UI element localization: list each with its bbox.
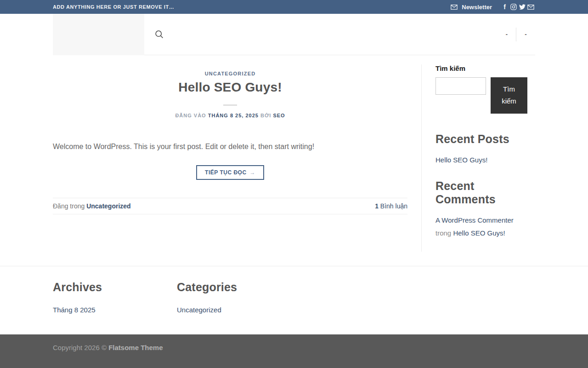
twitter-icon[interactable] (518, 4, 526, 10)
topbar: ADD ANYTHING HERE OR JUST REMOVE IT… New… (0, 0, 588, 14)
nav-item-2[interactable]: - (516, 31, 535, 38)
archive-item: Tháng 8 2025 (53, 304, 177, 316)
post-card: UNCATEGORIZED Hello SEO Guys! ĐĂNG VÀO T… (53, 69, 407, 214)
instagram-icon[interactable] (509, 4, 518, 10)
sidebar-search-input[interactable] (435, 77, 486, 95)
copyright-text: Copyright 2026 © Flatsome Theme (53, 344, 535, 351)
posted-in-category-link[interactable]: Uncategorized (86, 202, 130, 210)
posted-in-label: Đăng trong (53, 202, 85, 210)
comments-link[interactable]: 1 Bình luận (375, 202, 407, 210)
recent-comments-title: Recent Comments (435, 179, 535, 206)
primary-nav: - - (498, 14, 535, 55)
topbar-message: ADD ANYTHING HERE OR JUST REMOVE IT… (53, 4, 174, 10)
facebook-icon[interactable]: f (500, 4, 509, 10)
recent-comment-item: A WordPress Commenter trong Hello SEO Gu… (435, 214, 535, 240)
post-category-link[interactable]: UNCATEGORIZED (205, 71, 256, 76)
posted-in: Đăng trong Uncategorized (53, 202, 131, 210)
archives-title: Archives (53, 281, 177, 294)
read-more-button[interactable]: TIẾP TỤC ĐỌC → (196, 165, 264, 180)
post-meta: ĐĂNG VÀO THÁNG 8 25, 2025 BỞI SEO (53, 113, 407, 118)
recent-post-item: Hello SEO Guys! (435, 154, 535, 167)
category-item: Uncategorized (177, 304, 301, 316)
site-header: - - (0, 14, 588, 55)
categories-title: Categories (177, 281, 301, 294)
post-date-link[interactable]: THÁNG 8 25, 2025 (208, 113, 259, 118)
site-logo[interactable] (53, 14, 144, 55)
recent-comments-widget: Recent Comments A WordPress Commenter tr… (435, 179, 535, 240)
by-label: BỞI (260, 113, 271, 118)
post-author-link[interactable]: SEO (273, 113, 285, 118)
post-footer: Đăng trong Uncategorized 1 Bình luận (53, 198, 407, 214)
social-icons: f (500, 4, 535, 10)
nav-item-1[interactable]: - (498, 31, 516, 38)
email-icon[interactable] (526, 5, 535, 10)
recent-post-link[interactable]: Hello SEO Guys! (435, 156, 487, 164)
search-widget: Tìm kiếm Tìm kiếm (435, 64, 535, 114)
comment-in-label: trong (435, 229, 451, 237)
post-title: Hello SEO Guys! (53, 80, 407, 95)
newsletter-link[interactable]: Newsletter (450, 4, 492, 11)
category-link[interactable]: Uncategorized (177, 306, 221, 314)
search-icon (154, 29, 164, 39)
archive-link[interactable]: Tháng 8 2025 (53, 306, 96, 314)
title-divider (223, 104, 237, 106)
theme-brand: Flatsome Theme (108, 344, 163, 351)
posted-on-label: ĐĂNG VÀO (175, 113, 206, 118)
arrow-right-icon: → (249, 169, 255, 176)
footer-widgets: Archives Tháng 8 2025 Categories Uncateg… (0, 266, 588, 334)
post-title-link[interactable]: Hello SEO Guys! (178, 80, 282, 94)
read-more-label: TIẾP TỤC ĐỌC (205, 169, 246, 176)
copyright-bar: Copyright 2026 © Flatsome Theme (0, 334, 588, 368)
recent-posts-title: Recent Posts (435, 132, 535, 146)
search-widget-label: Tìm kiếm (435, 64, 465, 72)
post-list: UNCATEGORIZED Hello SEO Guys! ĐĂNG VÀO T… (53, 55, 421, 266)
categories-widget: Categories Uncategorized (177, 281, 301, 316)
newsletter-label: Newsletter (462, 4, 492, 11)
main-content: UNCATEGORIZED Hello SEO Guys! ĐĂNG VÀO T… (53, 55, 535, 266)
envelope-icon (450, 5, 458, 10)
comment-author-link[interactable]: A WordPress Commenter (435, 216, 514, 224)
sidebar: Tìm kiếm Tìm kiếm Recent Posts Hello SEO… (421, 64, 535, 252)
post-excerpt: Welcome to WordPress. This is your first… (53, 141, 407, 153)
post-category: UNCATEGORIZED (53, 69, 407, 77)
archives-widget: Archives Tháng 8 2025 (53, 281, 177, 316)
comment-post-link[interactable]: Hello SEO Guys! (453, 229, 505, 237)
sidebar-search-button[interactable]: Tìm kiếm (491, 77, 527, 114)
search-toggle-button[interactable] (154, 29, 164, 39)
recent-posts-widget: Recent Posts Hello SEO Guys! (435, 132, 535, 167)
